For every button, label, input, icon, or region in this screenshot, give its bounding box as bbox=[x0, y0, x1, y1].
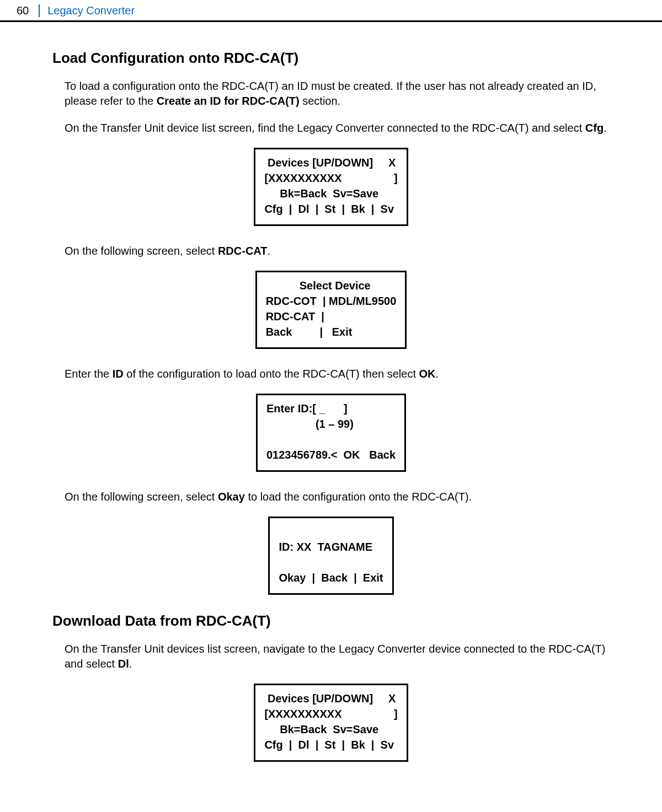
text: . bbox=[268, 245, 271, 257]
lcd-screen-enter-id: Enter ID:[ _ ] (1 – 99) 0123456789.< OK … bbox=[256, 394, 406, 472]
section1-para4: Enter the ID of the configuration to loa… bbox=[52, 367, 610, 381]
section2-para1: On the Transfer Unit devices list screen… bbox=[52, 642, 610, 671]
header-title: Legacy Converter bbox=[40, 4, 135, 17]
section1-para2: On the Transfer Unit device list screen,… bbox=[52, 121, 610, 136]
text: of the configuration to load onto the RD… bbox=[124, 368, 419, 380]
bold-text: Cfg bbox=[585, 122, 604, 134]
text: On the following screen, select bbox=[65, 491, 218, 503]
page-number: 60 bbox=[0, 4, 40, 17]
text: . bbox=[436, 368, 439, 380]
bold-text: OK bbox=[419, 368, 436, 380]
bold-text: RDC-CAT bbox=[218, 245, 268, 257]
text: . bbox=[129, 658, 132, 670]
text: section. bbox=[300, 95, 340, 107]
section2-heading: Download Data from RDC-CA(T) bbox=[52, 612, 610, 630]
page-header: 60 Legacy Converter bbox=[0, 0, 662, 22]
lcd-screen-select-device: Select Device RDC-COT | MDL/ML9500 RDC-C… bbox=[255, 271, 407, 349]
text: On the Transfer Unit devices list screen… bbox=[65, 643, 605, 670]
text: to load the configuration onto the RDC-C… bbox=[245, 491, 472, 503]
lcd-screen-confirm: ID: XX TAGNAME Okay | Back | Exit bbox=[268, 517, 393, 595]
lcd-screen-devices: Devices [UP/DOWN] X [XXXXXXXXXX ] Bk=Bac… bbox=[254, 148, 408, 226]
text: On the Transfer Unit device list screen,… bbox=[65, 122, 585, 134]
bold-text: ID bbox=[113, 368, 124, 380]
text: On the following screen, select bbox=[65, 245, 218, 257]
section1-para5: On the following screen, select Okay to … bbox=[52, 490, 610, 504]
page-content: Load Configuration onto RDC-CA(T) To loa… bbox=[0, 22, 662, 802]
text: . bbox=[604, 122, 607, 134]
bold-text: Okay bbox=[218, 491, 245, 503]
text: Enter the bbox=[65, 368, 113, 380]
lcd-screen-devices-2: Devices [UP/DOWN] X [XXXXXXXXXX ] Bk=Bac… bbox=[254, 684, 408, 762]
section1-para3: On the following screen, select RDC-CAT. bbox=[52, 244, 610, 259]
section1-para1: To load a configuration onto the RDC-CA(… bbox=[52, 79, 610, 109]
section1-heading: Load Configuration onto RDC-CA(T) bbox=[52, 50, 610, 67]
bold-text: Dl bbox=[118, 658, 129, 670]
bold-text: Create an ID for RDC-CA(T) bbox=[157, 95, 300, 107]
